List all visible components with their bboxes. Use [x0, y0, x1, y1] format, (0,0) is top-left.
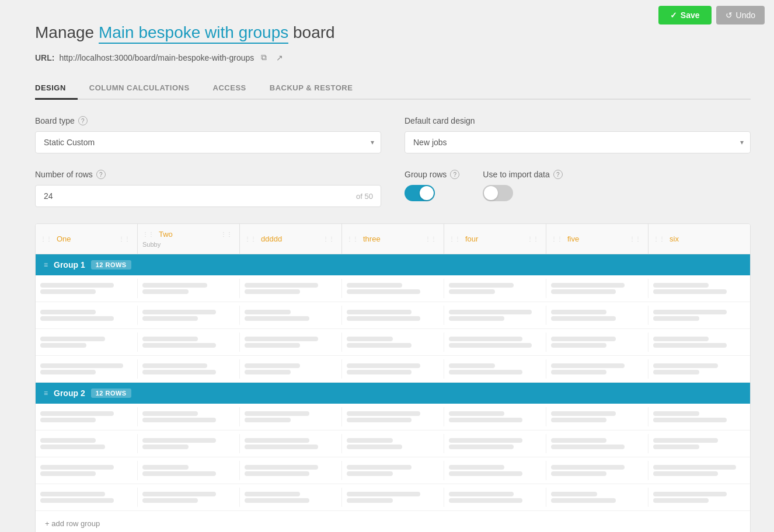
undo-button[interactable]: ↺ Undo	[716, 6, 765, 24]
table-row	[36, 275, 750, 302]
table-row	[36, 457, 750, 484]
form-row-1: Board type ? Static Custom Dynamic ▾ Def…	[35, 116, 751, 153]
group-1-label: Group 1	[54, 260, 85, 270]
col-label-five: five	[567, 235, 579, 243]
tab-access[interactable]: ACCESS	[201, 78, 258, 100]
col-header-five: ⋮⋮ five ⋮⋮	[546, 224, 649, 254]
drag-handle-four[interactable]: ⋮⋮	[449, 236, 461, 242]
resize-handle-one[interactable]: ⋮⋮	[118, 236, 130, 242]
group-2-drag-icon[interactable]: ≡	[44, 389, 48, 397]
add-row-group-button[interactable]: + add row group	[36, 511, 109, 532]
import-data-label: Use to import data ?	[483, 170, 562, 179]
undo-icon: ↺	[726, 10, 733, 20]
top-bar: ✓ Save ↺ Undo	[649, 0, 774, 30]
tab-backup-restore[interactable]: BACKUP & RESTORE	[258, 78, 365, 100]
board-type-group: Board type ? Static Custom Dynamic ▾	[35, 116, 381, 153]
drag-handle-three[interactable]: ⋮⋮	[347, 236, 358, 242]
board-name: Main bespoke with groups	[99, 23, 288, 44]
group-2-rows	[36, 404, 750, 511]
col-sublabel-two: Subby	[142, 241, 161, 248]
number-of-rows-label: Number of rows ?	[35, 170, 381, 179]
board-preview: ⋮⋮ One ⋮⋮ ⋮⋮ Two ⋮⋮ Subby ⋮⋮ ddddd ⋮⋮ ⋮⋮…	[35, 223, 751, 532]
drag-handle-six[interactable]: ⋮⋮	[653, 236, 665, 242]
tabs: DESIGN COLUMN CALCULATIONS ACCESS BACKUP…	[35, 78, 751, 100]
col-label-one: One	[57, 235, 71, 243]
table-row	[36, 302, 750, 329]
copy-url-button[interactable]: ⧉	[259, 51, 269, 64]
group-2-header: ≡ Group 2 12 ROWS	[36, 383, 750, 404]
table-row	[36, 484, 750, 511]
board-type-select-wrapper: Static Custom Dynamic ▾	[35, 131, 381, 153]
board-type-label: Board type ?	[35, 116, 381, 125]
col-header-six: ⋮⋮ six	[649, 224, 750, 254]
board-type-help-icon[interactable]: ?	[78, 116, 88, 125]
import-data-toggle[interactable]	[483, 185, 513, 201]
default-card-design-label: Default card design	[405, 116, 751, 125]
save-button[interactable]: ✓ Save	[658, 6, 712, 24]
group-1-badge: 12 ROWS	[91, 260, 131, 270]
url-bar: URL: http://localhost:3000/board/main-be…	[35, 51, 751, 64]
default-card-design-select-wrapper: New jobs Classic ▾	[405, 131, 751, 153]
resize-handle-five[interactable]: ⋮⋮	[629, 236, 641, 242]
group-1-header: ≡ Group 1 12 ROWS	[36, 254, 750, 275]
resize-handle-three[interactable]: ⋮⋮	[425, 236, 437, 242]
check-icon: ✓	[670, 10, 677, 20]
group-rows-knob	[420, 186, 434, 200]
toggle-section: Group rows ? Use to import data ?	[405, 170, 751, 201]
group-2-label: Group 2	[54, 388, 85, 398]
col-label-two: Two	[159, 230, 173, 239]
page-title: Manage Main bespoke with groups board	[35, 23, 751, 42]
board-type-select[interactable]: Static Custom Dynamic	[35, 131, 381, 153]
resize-handle-four[interactable]: ⋮⋮	[527, 236, 539, 242]
main-content: Manage Main bespoke with groups board UR…	[0, 0, 774, 532]
rows-input[interactable]	[35, 185, 381, 207]
table-row	[36, 430, 750, 457]
col-header-three: ⋮⋮ three ⋮⋮	[342, 224, 444, 254]
group-rows-toggle[interactable]	[405, 185, 435, 201]
col-header-ddddd: ⋮⋮ ddddd ⋮⋮	[240, 224, 342, 254]
col-label-four: four	[465, 235, 478, 243]
open-url-button[interactable]: ↗	[274, 52, 285, 64]
group-2-badge: 12 ROWS	[91, 388, 131, 398]
rows-help-icon[interactable]: ?	[96, 170, 106, 179]
col-label-six: six	[670, 235, 679, 243]
import-data-knob	[484, 186, 498, 200]
tab-column-calculations[interactable]: COLUMN CALCULATIONS	[78, 78, 201, 100]
import-help-icon[interactable]: ?	[553, 170, 563, 179]
group-1-rows	[36, 275, 750, 383]
drag-handle-one[interactable]: ⋮⋮	[40, 236, 52, 242]
default-card-design-select[interactable]: New jobs Classic	[405, 131, 751, 153]
rows-max-label: of 50	[356, 192, 373, 201]
group-rows-toggle-group: Group rows ?	[405, 170, 459, 201]
table-row	[36, 329, 750, 356]
drag-handle-ddddd[interactable]: ⋮⋮	[245, 236, 256, 242]
table-row	[36, 356, 750, 383]
number-of-rows-group: Number of rows ? of 50	[35, 170, 381, 207]
tab-design[interactable]: DESIGN	[35, 78, 78, 100]
col-header-two: ⋮⋮ Two ⋮⋮ Subby	[138, 224, 240, 254]
rows-input-wrapper: of 50	[35, 185, 381, 207]
group-rows-help-icon[interactable]: ?	[450, 170, 459, 179]
resize-handle-ddddd[interactable]: ⋮⋮	[323, 236, 334, 242]
form-row-2: Number of rows ? of 50 Group rows ?	[35, 170, 751, 207]
col-header-one: ⋮⋮ One ⋮⋮	[36, 224, 138, 254]
table-row	[36, 404, 750, 430]
group-rows-label: Group rows ?	[405, 170, 459, 179]
url-value: http://localhost:3000/board/main-bespoke…	[59, 53, 254, 62]
drag-handle-two[interactable]: ⋮⋮	[142, 231, 154, 237]
col-header-four: ⋮⋮ four ⋮⋮	[444, 224, 546, 254]
col-label-ddddd: ddddd	[261, 235, 282, 243]
col-label-three: three	[363, 235, 381, 243]
default-card-design-group: Default card design New jobs Classic ▾	[405, 116, 751, 153]
drag-handle-five[interactable]: ⋮⋮	[551, 236, 563, 242]
resize-handle-two[interactable]: ⋮⋮	[221, 231, 232, 237]
group-1-drag-icon[interactable]: ≡	[44, 261, 48, 269]
column-headers: ⋮⋮ One ⋮⋮ ⋮⋮ Two ⋮⋮ Subby ⋮⋮ ddddd ⋮⋮ ⋮⋮…	[36, 224, 750, 254]
import-data-toggle-group: Use to import data ?	[483, 170, 562, 201]
